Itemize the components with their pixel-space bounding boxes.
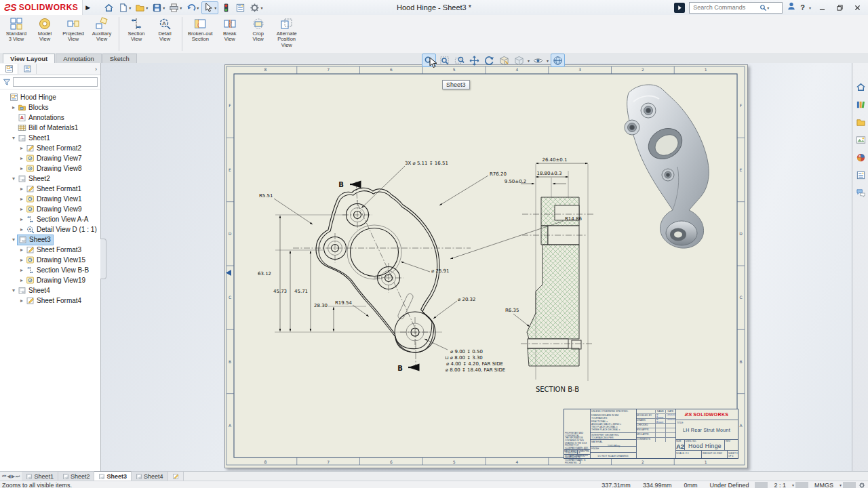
- restore-button[interactable]: [833, 2, 846, 13]
- tree-expand-arrow-icon[interactable]: ▸: [18, 247, 25, 253]
- ribbon-button-standard-3-view[interactable]: Standard 3 View: [2, 15, 31, 43]
- search-icon[interactable]: [760, 4, 767, 12]
- sheet-tab-sheet3[interactable]: Sheet3: [94, 471, 132, 481]
- tree-filter-input[interactable]: [13, 77, 98, 87]
- help-caret-icon[interactable]: ▾: [809, 5, 811, 10]
- custom-properties-icon[interactable]: [856, 170, 866, 180]
- menu-expand-arrow-icon[interactable]: ▶: [85, 4, 90, 11]
- view-palette-icon[interactable]: [856, 135, 866, 145]
- sheet-tab-sheet4[interactable]: Sheet4: [132, 472, 168, 481]
- tree-item-annotations[interactable]: Annotations: [0, 113, 100, 123]
- ribbon-button-model-view[interactable]: Model View: [31, 15, 59, 43]
- search-caret-icon[interactable]: ▾: [767, 5, 769, 10]
- sheet-tab-sheet2[interactable]: Sheet2: [58, 472, 95, 481]
- sheet-tab-nav[interactable]: ⏮◀▶⏭: [0, 472, 22, 481]
- tree-expand-arrow-icon[interactable]: ▾: [10, 135, 17, 141]
- tree-expand-arrow-icon[interactable]: ▸: [18, 145, 25, 151]
- panel-expand-icon[interactable]: ›: [95, 66, 100, 73]
- units-selector[interactable]: MMGS: [808, 482, 840, 488]
- tree-item-sheet-format2[interactable]: ▸Sheet Format2: [0, 143, 100, 153]
- status-options-icon[interactable]: [859, 482, 865, 488]
- ribbon-button-alternate-position-view[interactable]: Alternate Position View: [273, 15, 301, 48]
- hide-show-caret-icon[interactable]: ▾: [547, 58, 549, 63]
- tree-item-drawing-view1[interactable]: ▸Drawing View1: [0, 194, 100, 204]
- pan-icon[interactable]: [468, 54, 481, 66]
- tree-expand-arrow-icon[interactable]: ▸: [18, 298, 25, 304]
- panel-collapse-handle[interactable]: [100, 239, 106, 279]
- tab-annotation[interactable]: Annotation: [56, 54, 101, 63]
- tree-item-drawing-view9[interactable]: ▸Drawing View9: [0, 204, 100, 214]
- ribbon-button-break-view[interactable]: Break View: [216, 15, 244, 43]
- 3d-drawing-view-icon[interactable]: [498, 54, 511, 66]
- zoom-to-fit-icon[interactable]: [438, 54, 451, 66]
- tree-expand-arrow-icon[interactable]: ▸: [18, 216, 25, 222]
- tree-item-sheet1[interactable]: ▾Sheet1: [0, 133, 100, 143]
- tree-expand-arrow-icon[interactable]: ▸: [18, 257, 25, 263]
- tree-expand-arrow-icon[interactable]: ▸: [18, 196, 25, 202]
- add-sheet-button[interactable]: [168, 472, 184, 481]
- tree-expand-arrow-icon[interactable]: ▾: [10, 237, 17, 243]
- new-document-button[interactable]: ▾: [117, 2, 132, 14]
- property-manager-tab[interactable]: [18, 64, 37, 74]
- tree-item-hood-hinge[interactable]: Hood Hinge: [0, 92, 100, 102]
- search-commands-box[interactable]: ▾: [689, 2, 783, 14]
- search-input[interactable]: [692, 3, 760, 12]
- tree-item-sheet-format1[interactable]: ▸Sheet Format1: [0, 184, 100, 194]
- tree-expand-arrow-icon[interactable]: ▾: [10, 176, 17, 182]
- tree-item-detail-view-d-1-1[interactable]: ▸Detail View D (1 : 1): [0, 224, 100, 235]
- undo-button[interactable]: ▾: [184, 2, 200, 14]
- tree-expand-arrow-icon[interactable]: ▸: [18, 277, 25, 283]
- ribbon-button-section-view[interactable]: Section View: [122, 15, 151, 43]
- tree-item-section-view-a-a[interactable]: ▸Section View A-A: [0, 214, 100, 224]
- rotate-view-icon[interactable]: [483, 54, 496, 66]
- save-button[interactable]: ▾: [151, 2, 166, 14]
- featuremanager-tree-tab[interactable]: [0, 64, 18, 74]
- tree-item-sheet2[interactable]: ▾Sheet2: [0, 174, 100, 184]
- options-button[interactable]: ▾: [248, 2, 264, 14]
- tree-item-drawing-view19[interactable]: ▸Drawing View19: [0, 275, 100, 285]
- tree-expand-arrow-icon[interactable]: ▸: [18, 165, 25, 171]
- drawing-sheet[interactable]: [224, 64, 748, 468]
- tree-expand-arrow-icon[interactable]: ▸: [18, 186, 25, 192]
- filter-icon[interactable]: [3, 78, 11, 86]
- ribbon-button-detail-view[interactable]: Detail View: [151, 15, 179, 43]
- tree-expand-arrow-icon[interactable]: ▸: [10, 104, 17, 110]
- design-library-icon[interactable]: [856, 100, 866, 110]
- ribbon-button-projected-view[interactable]: Projected View: [59, 15, 87, 43]
- rebuild-button[interactable]: [220, 2, 233, 14]
- sheet-tab-sheet1[interactable]: Sheet1: [22, 472, 58, 481]
- tree-item-section-view-b-b[interactable]: ▸Section View B-B: [0, 265, 100, 275]
- select-tool-button[interactable]: ▾: [201, 1, 218, 14]
- tree-expand-arrow-icon[interactable]: ▾: [10, 287, 17, 293]
- tree-expand-arrow-icon[interactable]: ▸: [18, 155, 25, 161]
- tab-sketch[interactable]: Sketch: [102, 54, 137, 63]
- file-properties-button[interactable]: [234, 2, 247, 14]
- zoom-to-area-icon[interactable]: [453, 54, 466, 66]
- login-user-icon[interactable]: [787, 1, 796, 14]
- ribbon-button-auxiliary-view[interactable]: Auxiliary View: [87, 15, 116, 43]
- tree-item-sheet3[interactable]: ▾Sheet3: [0, 235, 100, 245]
- tree-item-bill-of-materials1[interactable]: Bill of Materials1: [0, 123, 100, 133]
- tree-item-blocks[interactable]: ▸Blocks: [0, 102, 100, 113]
- tree-expand-arrow-icon[interactable]: ▸: [18, 226, 25, 232]
- home-button[interactable]: [102, 2, 115, 14]
- search-scope-icon[interactable]: [674, 3, 685, 13]
- tree-item-sheet-format3[interactable]: ▸Sheet Format3: [0, 245, 100, 255]
- hide-show-items-icon[interactable]: [532, 54, 545, 66]
- tab-view-layout[interactable]: View Layout: [3, 54, 55, 63]
- open-button[interactable]: ▾: [134, 2, 149, 14]
- forum-icon[interactable]: [856, 188, 866, 198]
- close-button[interactable]: [850, 2, 864, 13]
- tree-item-sheet-format4[interactable]: ▸Sheet Format4: [0, 296, 100, 306]
- tree-item-drawing-view15[interactable]: ▸Drawing View15: [0, 255, 100, 265]
- print-button[interactable]: ▾: [167, 2, 183, 14]
- tree-item-sheet4[interactable]: ▾Sheet4: [0, 285, 100, 296]
- tree-item-drawing-view7[interactable]: ▸Drawing View7: [0, 153, 100, 163]
- ribbon-button-crop-view[interactable]: Crop View: [244, 15, 273, 43]
- solidworks-resources-icon[interactable]: [856, 82, 866, 92]
- tree-item-drawing-view8[interactable]: ▸Drawing View8: [0, 163, 100, 174]
- help-button[interactable]: ?: [800, 3, 805, 12]
- minimize-button[interactable]: [815, 2, 829, 13]
- display-style-caret-icon[interactable]: ▾: [528, 58, 530, 63]
- view-orientation-icon[interactable]: [551, 54, 565, 67]
